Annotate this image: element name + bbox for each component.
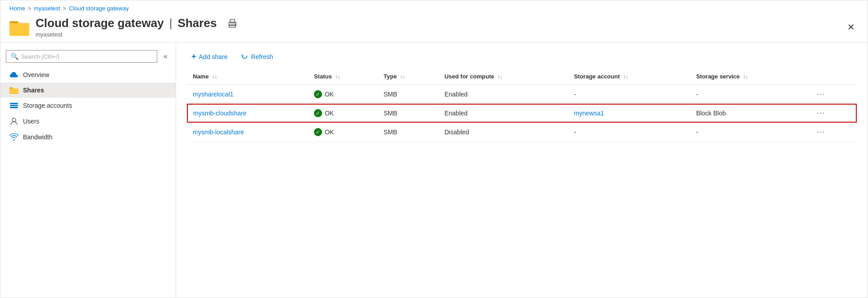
cell-type: SMB <box>378 104 439 122</box>
cell-name[interactable]: mysmb-cloudshare <box>187 104 309 122</box>
cell-storage-service: Block Blob <box>691 104 809 122</box>
sidebar-item-users[interactable]: Users <box>0 113 176 129</box>
main-content: + Add share Refresh <box>176 43 868 298</box>
svg-rect-9 <box>9 88 18 93</box>
sort-compute-icon[interactable]: ↑↓ <box>498 74 503 79</box>
search-box[interactable]: 🔍 Search (Ctrl+/) <box>6 50 157 63</box>
breadcrumb: Home > myasetest > Cloud storage gateway <box>0 0 868 14</box>
sidebar-item-overview[interactable]: Overview <box>0 67 176 83</box>
more-button[interactable]: ··· <box>814 127 828 137</box>
breadcrumb-myasetest[interactable]: myasetest <box>34 5 60 12</box>
cell-more-actions: ··· <box>809 122 856 142</box>
close-button[interactable]: ✕ <box>844 21 859 33</box>
refresh-button[interactable]: Refresh <box>236 50 277 64</box>
sidebar-item-overview-label: Overview <box>23 71 49 78</box>
refresh-label: Refresh <box>251 53 273 60</box>
header-section: Shares <box>177 16 217 30</box>
ok-indicator: ✓ <box>314 128 322 136</box>
sidebar-item-shares-label: Shares <box>23 87 44 94</box>
body-layout: 🔍 Search (Ctrl+/) « Overview <box>0 42 868 298</box>
svg-point-13 <box>12 118 16 122</box>
sort-name-icon[interactable]: ↑↓ <box>212 74 217 79</box>
cell-more-actions: ··· <box>809 85 856 105</box>
sidebar-item-bandwidth-label: Bandwidth <box>23 133 52 141</box>
folder-sm-icon <box>9 87 18 94</box>
svg-rect-3 <box>229 25 236 28</box>
more-button[interactable]: ··· <box>814 89 828 99</box>
search-placeholder: Search (Ctrl+/) <box>21 53 59 60</box>
sidebar-item-bandwidth[interactable]: Bandwidth <box>0 129 176 145</box>
col-status: Status ↑↓ <box>309 69 378 85</box>
ok-indicator: ✓ <box>314 90 322 98</box>
ok-indicator: ✓ <box>314 109 322 117</box>
cell-more-actions: ··· <box>809 104 856 122</box>
table-header-row: Name ↑↓ Status ↑↓ Type ↑↓ <box>187 69 856 85</box>
table-row: mysmb-cloudshare✓OKSMBEnabledmynewsa1Blo… <box>187 104 856 122</box>
col-storage-account: Storage account ↑↓ <box>568 69 691 85</box>
sort-storage-service-icon[interactable]: ↑↓ <box>743 74 748 79</box>
header-title-text: Cloud storage gateway <box>36 16 164 30</box>
sidebar-item-storage-accounts[interactable]: Storage accounts <box>0 98 176 113</box>
shares-table: Name ↑↓ Status ↑↓ Type ↑↓ <box>187 69 857 142</box>
search-row: 🔍 Search (Ctrl+/) « <box>0 47 176 67</box>
svg-rect-10 <box>10 103 18 104</box>
sort-status-icon[interactable]: ↑↓ <box>335 74 340 79</box>
breadcrumb-home[interactable]: Home <box>9 5 25 12</box>
cell-storage-service: - <box>691 85 809 105</box>
cell-compute: Disabled <box>439 122 568 142</box>
sort-storage-account-icon[interactable]: ↑↓ <box>623 74 628 79</box>
cell-name[interactable]: mysmb-localshare <box>187 122 309 142</box>
printer-icon <box>227 18 237 28</box>
breadcrumb-current: Cloud storage gateway <box>69 5 129 12</box>
cell-status: ✓OK <box>309 122 378 142</box>
folder-icon <box>9 18 29 36</box>
svg-rect-12 <box>10 107 18 108</box>
sidebar-item-shares[interactable]: Shares <box>0 83 176 98</box>
cell-storage-account: - <box>568 122 691 142</box>
wifi-icon <box>9 133 18 141</box>
sidebar-item-storage-accounts-label: Storage accounts <box>23 102 72 109</box>
breadcrumb-sep1: > <box>28 5 31 12</box>
cell-name[interactable]: mysharelocal1 <box>187 85 309 105</box>
status-text: OK <box>325 128 334 136</box>
more-button[interactable]: ··· <box>814 108 828 118</box>
col-type: Type ↑↓ <box>378 69 439 85</box>
sort-type-icon[interactable]: ↑↓ <box>400 74 405 79</box>
add-share-label: Add share <box>199 53 228 60</box>
cell-type: SMB <box>378 85 439 105</box>
col-storage-service: Storage service ↑↓ <box>691 69 809 85</box>
cell-type: SMB <box>378 122 439 142</box>
breadcrumb-sep2: > <box>63 5 66 12</box>
header-subtitle: myasetest <box>36 31 239 38</box>
table-container: Name ↑↓ Status ↑↓ Type ↑↓ <box>176 69 868 298</box>
cell-compute: Enabled <box>439 85 568 105</box>
cell-storage-service: - <box>691 122 809 142</box>
add-share-button[interactable]: + Add share <box>187 49 232 64</box>
cell-storage-account: mynewsa1 <box>568 104 691 122</box>
collapse-button[interactable]: « <box>161 50 170 62</box>
header-title-block: Cloud storage gateway | Shares myasetest <box>36 16 239 38</box>
sidebar: 🔍 Search (Ctrl+/) « Overview <box>0 43 176 298</box>
header-row: Cloud storage gateway | Shares myasetest <box>0 14 868 42</box>
status-text: OK <box>325 91 334 98</box>
svg-point-6 <box>235 23 236 24</box>
header-left: Cloud storage gateway | Shares myasetest <box>9 16 239 38</box>
cell-status: ✓OK <box>309 85 378 105</box>
print-button[interactable] <box>226 17 239 30</box>
header-title: Cloud storage gateway | Shares <box>36 16 239 30</box>
col-name: Name ↑↓ <box>187 69 309 85</box>
cell-compute: Enabled <box>439 104 568 122</box>
refresh-icon <box>241 52 248 61</box>
cell-storage-account: - <box>568 85 691 105</box>
col-compute: Used for compute ↑↓ <box>439 69 568 85</box>
svg-rect-4 <box>230 19 235 23</box>
sidebar-item-users-label: Users <box>23 118 40 125</box>
cell-status: ✓OK <box>309 104 378 122</box>
cloud-icon <box>9 71 18 78</box>
user-icon <box>9 117 18 125</box>
page-container: Home > myasetest > Cloud storage gateway… <box>0 0 868 298</box>
col-actions <box>809 69 856 85</box>
search-icon: 🔍 <box>11 53 18 60</box>
storage-icon <box>9 102 18 109</box>
status-text: OK <box>325 110 334 117</box>
